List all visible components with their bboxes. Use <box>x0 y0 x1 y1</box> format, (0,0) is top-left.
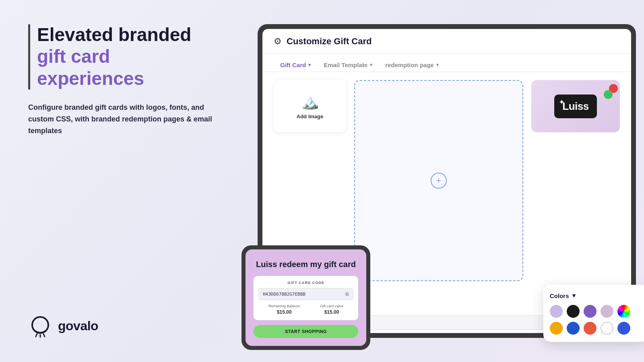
monitor-header: ⚙ Customize Gift Card <box>262 29 631 53</box>
colors-title: Colors <box>550 292 569 299</box>
tab-gift-card-chevron: ▾ <box>308 62 311 68</box>
sliders-icon: ⚙ <box>274 36 282 47</box>
svg-line-3 <box>43 334 45 337</box>
redemption-popup: Luiss redeem my gift card GIFT CARD CODE… <box>242 245 370 350</box>
left-section: Elevated branded gift card experiences C… <box>0 0 250 362</box>
gift-code-value: H43DD678B2G7EBBB <box>263 292 305 297</box>
balance-value: $15.00 <box>277 309 292 315</box>
tab-email-template[interactable]: Email Template ▾ <box>317 58 379 72</box>
svg-line-1 <box>36 334 37 337</box>
upload-plus-icon: + <box>431 173 447 189</box>
balance-label: Remaining Balance <box>268 304 300 308</box>
swatch-gold[interactable] <box>550 322 563 335</box>
tab-gift-card[interactable]: Gift Card ▾ <box>274 58 317 72</box>
image-icon: 🏔️ <box>301 93 319 110</box>
upload-area[interactable]: + <box>354 80 523 281</box>
swatch-blue[interactable] <box>567 322 580 335</box>
tab-email-template-label: Email Template <box>324 62 367 68</box>
add-image-card[interactable]: 🏔️ Add Image <box>274 80 346 132</box>
tab-redemption-page-chevron: ▾ <box>436 62 439 68</box>
swatch-light-purple[interactable] <box>601 305 613 318</box>
green-dot <box>604 90 613 99</box>
star-icon: ✦ <box>559 98 565 107</box>
swatch-cobalt[interactable] <box>617 322 630 335</box>
swatch-coral[interactable] <box>584 322 597 335</box>
gift-code-label: GIFT CARD CODE <box>258 281 353 285</box>
govalo-logo-icon <box>28 314 52 338</box>
copy-icon: ⧉ <box>345 291 349 297</box>
redemption-title: Luiss redeem my gift card <box>254 259 358 269</box>
balance-item-gift: Gift card value $15.00 <box>320 304 343 315</box>
right-section: ⚙ Customize Gift Card Gift Card ▾ Email … <box>250 0 644 362</box>
swatch-rainbow[interactable] <box>617 305 630 318</box>
headline-container: Elevated branded gift card experiences <box>28 24 221 90</box>
swatch-purple[interactable] <box>584 305 597 318</box>
balance-item-remaining: Remaining Balance $15.00 <box>268 304 300 315</box>
monitor-tabs: Gift Card ▾ Email Template ▾ redemption … <box>262 53 631 72</box>
start-shopping-button[interactable]: START SHOPPING <box>254 325 358 338</box>
colors-header: Colors ▾ <box>550 292 642 299</box>
swatch-black[interactable] <box>567 305 580 318</box>
subtext: Configure branded gift cards with logos,… <box>28 102 221 136</box>
swatch-empty <box>634 305 644 318</box>
monitor-title: Customize Gift Card <box>287 36 372 47</box>
tab-email-template-chevron: ▾ <box>370 62 372 68</box>
gift-value-label: Gift card value <box>320 304 343 308</box>
redemption-screen: Luiss redeem my gift card GIFT CARD CODE… <box>246 249 366 346</box>
headline-black: Elevated branded <box>37 24 221 45</box>
colors-chevron: ▾ <box>572 292 576 299</box>
logo-section: govalo <box>28 314 221 338</box>
gift-card-preview: Luiss ✦ <box>531 80 620 132</box>
gift-code-section: GIFT CARD CODE H43DD678B2G7EBBB ⧉ Remain… <box>254 276 358 320</box>
balance-row: Remaining Balance $15.00 Gift card value… <box>258 304 353 315</box>
gift-value: $15.00 <box>324 309 339 315</box>
swatch-white[interactable] <box>601 322 613 335</box>
headline-purple: gift card experiences <box>37 45 221 90</box>
gift-code-input[interactable]: H43DD678B2G7EBBB ⧉ <box>258 288 353 300</box>
swatch-lavender[interactable] <box>550 305 563 318</box>
tab-redemption-page-label: redemption page <box>385 62 434 68</box>
logo-text: govalo <box>58 319 98 333</box>
tab-gift-card-label: Gift Card <box>280 62 306 68</box>
colors-grid <box>550 305 642 335</box>
tab-redemption-page[interactable]: redemption page ▾ <box>379 58 445 72</box>
colors-popup: Colors ▾ <box>543 285 644 342</box>
add-image-label: Add Image <box>297 113 323 119</box>
gift-card-brand: Luiss <box>562 100 588 112</box>
gift-card-inner: Luiss ✦ <box>554 95 597 118</box>
